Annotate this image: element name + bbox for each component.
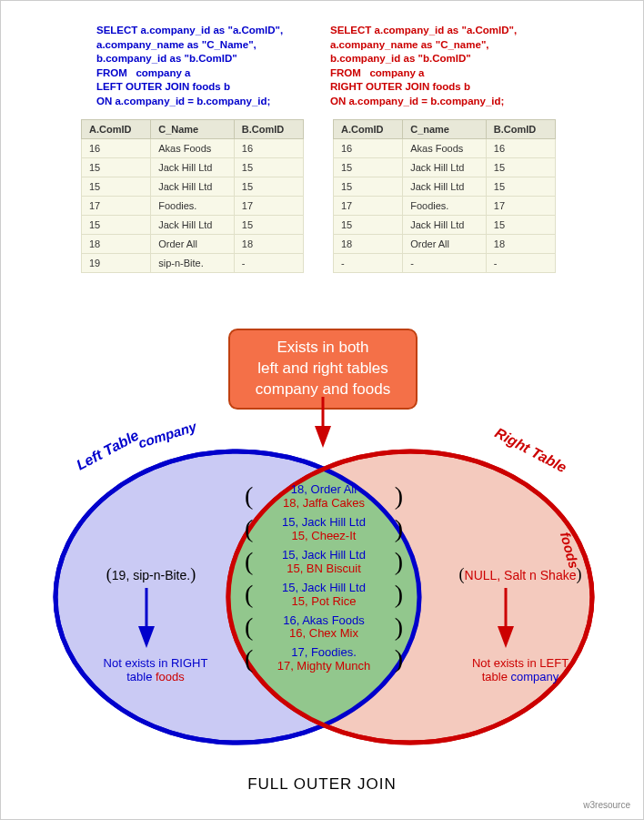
- table-cell: 15: [486, 177, 555, 197]
- left-note-line2a: table: [126, 670, 156, 683]
- table-cell: Foodies.: [151, 197, 235, 216]
- intersection-item: (16, Akas Foods16, Chex Mix): [256, 614, 392, 642]
- table-cell: 17: [82, 197, 151, 216]
- left-note-line2b: foods: [156, 670, 185, 683]
- table-cell: 18: [234, 235, 303, 254]
- table-cell: 17: [486, 197, 555, 216]
- left-only-note: Not exists in RIGHT table foods: [87, 656, 224, 683]
- table-row: 15Jack Hill Ltd15: [82, 216, 304, 235]
- diagram-title: FULL OUTER JOIN: [1, 775, 643, 794]
- right-only-entry: (NULL, Salt n Shake): [443, 565, 598, 584]
- table-cell: 15: [234, 216, 303, 235]
- sql-right-join: SELECT a.company_id as "a.ComID", a.comp…: [330, 24, 517, 108]
- table-cell: Foodies.: [403, 197, 487, 216]
- table-cell: 16: [334, 139, 403, 158]
- table-header: A.ComID: [334, 120, 403, 139]
- table-cell: Akas Foods: [151, 139, 235, 158]
- table-cell: 15: [334, 177, 403, 197]
- table-cell: 15: [82, 216, 151, 235]
- table-cell: 15: [486, 158, 555, 177]
- table-cell: 16: [234, 139, 303, 158]
- right-note-line1: Not exists in LEFT: [472, 656, 569, 670]
- table-cell: 19: [82, 254, 151, 273]
- right-only-text: NULL, Salt n Shake: [465, 568, 577, 582]
- table-row: 15Jack Hill Ltd15: [334, 216, 556, 235]
- table-cell: 17: [234, 197, 303, 216]
- right-note-line2b: company: [511, 670, 559, 683]
- table-cell: Order All: [403, 235, 487, 254]
- table-cell: 18: [334, 235, 403, 254]
- table-row: 18Order All18: [334, 235, 556, 254]
- table-header: B.ComID: [486, 120, 555, 139]
- intersection-item: (18, Order All18, Jaffa Cakes): [256, 483, 392, 511]
- table-cell: -: [234, 254, 303, 273]
- right-only-note: Not exists in LEFT table company: [452, 656, 589, 683]
- table-cell: -: [486, 254, 555, 273]
- right-result-table: A.ComIDC_nameB.ComID 16Akas Foods1615Jac…: [333, 119, 556, 273]
- table-row: 15Jack Hill Ltd15: [82, 177, 304, 197]
- left-only-entry: (19, sip-n-Bite.): [83, 565, 219, 584]
- intersection-item: (15, Jack Hill Ltd15, BN Biscuit): [256, 549, 392, 576]
- table-row: 16Akas Foods16: [82, 139, 304, 158]
- table-cell: Jack Hill Ltd: [151, 177, 235, 197]
- table-cell: Jack Hill Ltd: [151, 216, 235, 235]
- intersection-item: (17, Foodies.17, Mighty Munch): [256, 646, 392, 673]
- intersection-item: (15, Jack Hill Ltd15, Pot Rice): [256, 582, 392, 609]
- table-cell: Jack Hill Ltd: [403, 158, 487, 177]
- table-cell: 15: [334, 216, 403, 235]
- table-cell: -: [403, 254, 487, 273]
- table-header: C_Name: [151, 120, 235, 139]
- table-row: 15Jack Hill Ltd15: [334, 177, 556, 197]
- table-cell: 18: [82, 235, 151, 254]
- right-note-line2a: table: [482, 670, 511, 683]
- intersection-item: (15, Jack Hill Ltd15, Cheez-It): [256, 516, 392, 543]
- left-only-text: 19, sip-n-Bite.: [112, 568, 190, 582]
- table-cell: Jack Hill Ltd: [151, 158, 235, 177]
- left-result-table: A.ComIDC_NameB.ComID 16Akas Foods1615Jac…: [81, 119, 304, 273]
- table-cell: 18: [486, 235, 555, 254]
- table-cell: 16: [486, 139, 555, 158]
- credit-label: w3resource: [583, 800, 630, 810]
- intersection-list: (18, Order All18, Jaffa Cakes)(15, Jack …: [256, 483, 392, 679]
- table-cell: 15: [234, 177, 303, 197]
- table-row: 18Order All18: [82, 235, 304, 254]
- table-cell: 16: [82, 139, 151, 158]
- table-cell: 15: [234, 158, 303, 177]
- table-cell: Order All: [151, 235, 235, 254]
- table-cell: 15: [82, 177, 151, 197]
- table-header: B.ComID: [234, 120, 303, 139]
- left-note-line1: Not exists in RIGHT: [104, 656, 208, 670]
- table-cell: -: [334, 254, 403, 273]
- sql-left-join: SELECT a.company_id as "a.ComID", a.comp…: [96, 24, 283, 108]
- table-row: 16Akas Foods16: [334, 139, 556, 158]
- table-cell: Jack Hill Ltd: [403, 177, 487, 197]
- table-row: 17Foodies.17: [334, 197, 556, 216]
- table-row: 19sip-n-Bite.-: [82, 254, 304, 273]
- table-cell: 17: [334, 197, 403, 216]
- table-row: 17Foodies.17: [82, 197, 304, 216]
- table-row: 15Jack Hill Ltd15: [334, 158, 556, 177]
- table-cell: 15: [334, 158, 403, 177]
- table-cell: 15: [82, 158, 151, 177]
- table-cell: Jack Hill Ltd: [403, 216, 487, 235]
- table-row: ---: [334, 254, 556, 273]
- table-row: 15Jack Hill Ltd15: [82, 158, 304, 177]
- table-cell: Akas Foods: [403, 139, 487, 158]
- table-cell: 15: [486, 216, 555, 235]
- table-header: C_name: [403, 120, 487, 139]
- table-cell: sip-n-Bite.: [151, 254, 235, 273]
- table-header: A.ComID: [82, 120, 151, 139]
